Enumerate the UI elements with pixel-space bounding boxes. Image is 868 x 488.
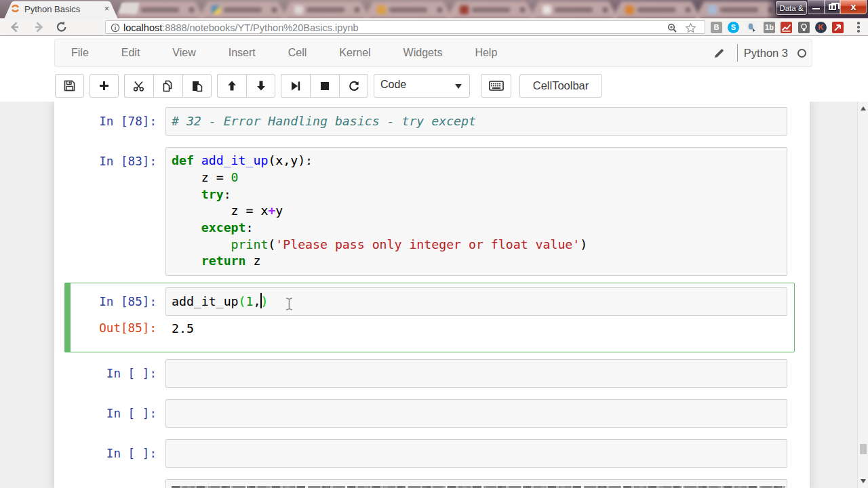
restore-icon	[829, 4, 836, 10]
cell-type-value: Code	[380, 79, 406, 91]
window-caption-zone: Data & x	[766, 0, 868, 18]
active-tab[interactable]: Python Basics ×	[0, 0, 125, 18]
code-input-area[interactable]: # 32 - Error Handling basics - try excep…	[165, 107, 787, 136]
code-input-area[interactable]: def add_it_up(x,y): z = 0 try: z = x+y e…	[165, 147, 787, 276]
command-palette-button[interactable]	[481, 74, 511, 98]
menu-cell[interactable]: Cell	[272, 39, 323, 66]
notebook-scrollbar[interactable]	[857, 102, 868, 488]
kernel-idle-icon	[797, 49, 806, 58]
menu-file[interactable]: File	[55, 39, 105, 66]
code-input-area[interactable]	[165, 439, 787, 468]
url-path: :8888/notebooks/YT/Python%20Basics.ipynb	[162, 22, 358, 33]
move-cell-up-button[interactable]	[217, 74, 246, 98]
menu-insert[interactable]: Insert	[212, 39, 272, 66]
extension-chart-red-icon[interactable]	[781, 22, 792, 33]
address-bar[interactable]: localhost:8888/notebooks/YT/Python%20Bas…	[105, 20, 705, 34]
active-tab-title: Python Basics	[24, 4, 80, 14]
restore-button[interactable]	[825, 0, 840, 14]
code-input-area[interactable]	[165, 399, 787, 428]
input-prompt: In [83]:	[65, 147, 165, 276]
extension-lighthouse-icon[interactable]	[798, 22, 810, 33]
close-icon: x	[841, 1, 866, 12]
extension-skype-icon[interactable]: S	[728, 22, 739, 33]
menu-widgets[interactable]: Widgets	[387, 39, 459, 66]
extension-k-circle-icon[interactable]: K	[815, 22, 827, 33]
copy-cell-button[interactable]	[153, 74, 182, 98]
browser-toolbar: localhost:8888/notebooks/YT/Python%20Bas…	[0, 18, 868, 36]
url-text: localhost:8888/notebooks/YT/Python%20Bas…	[123, 22, 359, 33]
input-prompt: In [78]:	[65, 107, 165, 136]
notebook-cell[interactable]: In [83]:def add_it_up(x,y): z = 0 try: z…	[64, 142, 795, 281]
code-input-area[interactable]	[165, 359, 787, 388]
jupyter-favicon-icon	[10, 3, 20, 14]
move-cell-down-button[interactable]	[246, 74, 275, 98]
notebook-cell[interactable]	[64, 474, 795, 488]
notebook-cell[interactable]: In [ ]:	[64, 394, 795, 432]
url-host: localhost	[123, 22, 162, 33]
stop-kernel-button[interactable]	[310, 74, 339, 98]
edit-mode-pencil-icon	[713, 47, 725, 59]
save-button[interactable]	[55, 74, 84, 98]
blurred-tab[interactable]	[529, 1, 618, 18]
caption-widget[interactable]: Data &	[776, 1, 807, 15]
mouse-ibeam-cursor	[285, 298, 293, 310]
page-info-icon[interactable]	[111, 23, 120, 33]
jupyter-toolbar: Code CellToolbar	[55, 74, 602, 98]
menu-edit[interactable]: Edit	[105, 39, 157, 66]
celltoolbar-button[interactable]: CellToolbar	[519, 74, 602, 98]
tab-close-icon[interactable]: ×	[102, 5, 111, 14]
input-prompt: In [ ]:	[65, 359, 165, 388]
menu-help[interactable]: Help	[458, 39, 513, 66]
close-button[interactable]: x	[840, 0, 867, 14]
extension-red-launch-icon[interactable]	[832, 22, 844, 33]
input-prompt: In [85]:	[65, 287, 165, 317]
blurred-tab[interactable]	[446, 1, 536, 18]
browser-menu-icon[interactable]	[857, 22, 860, 33]
back-icon[interactable]	[8, 20, 22, 34]
notebook-cell[interactable]: In [ ]:	[64, 434, 795, 472]
scroll-down-icon[interactable]	[861, 479, 866, 483]
notebook-cell-selected[interactable]: In [85]:add_it_up(1,)Out[85]:2.5	[64, 283, 795, 353]
refresh-icon[interactable]	[55, 20, 68, 34]
output-value: 2.5	[165, 320, 194, 337]
jupyter-header: FileEditViewInsertCellKernelWidgetsHelp …	[0, 36, 868, 102]
bookmark-star-icon[interactable]	[685, 22, 696, 34]
kernel-zone: Python 3	[713, 39, 806, 66]
blurred-tab[interactable]	[198, 1, 288, 18]
minimize-icon	[812, 8, 820, 10]
input-prompt	[65, 479, 165, 488]
browser-tab-strip: Python Basics × Data & x	[0, 0, 868, 18]
run-cell-button[interactable]	[281, 74, 310, 98]
cut-cell-button[interactable]	[124, 74, 153, 98]
select-arrow-icon	[455, 84, 462, 89]
menu-view[interactable]: View	[156, 39, 212, 66]
cell-type-select[interactable]: Code	[374, 74, 470, 98]
kernel-name: Python 3	[744, 47, 788, 60]
code-input-area[interactable]: add_it_up(1,)	[165, 287, 787, 317]
scrollbar-thumb[interactable]	[860, 444, 867, 454]
blurred-tab[interactable]	[363, 1, 453, 18]
extension-extension-b-icon[interactable]: B	[711, 22, 722, 33]
blurred-tab[interactable]	[281, 1, 370, 18]
jupyter-menubar: FileEditViewInsertCellKernelWidgetsHelp …	[54, 39, 812, 67]
menu-kernel[interactable]: Kernel	[323, 39, 387, 66]
notebook-cell[interactable]: In [ ]:	[64, 354, 795, 392]
forward-icon[interactable]	[32, 20, 45, 34]
separator	[737, 44, 738, 62]
scroll-up-icon[interactable]	[861, 106, 866, 110]
minimize-button[interactable]	[808, 0, 825, 14]
notebook-cell[interactable]: In [78]:# 32 - Error Handling basics - t…	[64, 102, 795, 140]
paste-cell-button[interactable]	[182, 74, 212, 98]
restart-kernel-button[interactable]	[339, 74, 368, 98]
add-cell-button[interactable]	[90, 74, 119, 98]
code-input-area[interactable]	[165, 479, 787, 488]
extension-onetab-icon[interactable]: 1b	[764, 22, 775, 33]
notebook-container: In [78]:# 32 - Error Handling basics - t…	[54, 102, 810, 488]
input-prompt: In [ ]:	[65, 439, 165, 468]
input-prompt: In [ ]:	[65, 399, 165, 428]
notebook-page[interactable]: In [78]:# 32 - Error Handling basics - t…	[0, 102, 868, 488]
blurred-tab[interactable]	[612, 1, 701, 18]
output-prompt: Out[85]:	[65, 320, 165, 337]
extension-pointer-tool-icon[interactable]	[746, 22, 757, 33]
zoom-indicator-icon[interactable]	[667, 23, 677, 33]
